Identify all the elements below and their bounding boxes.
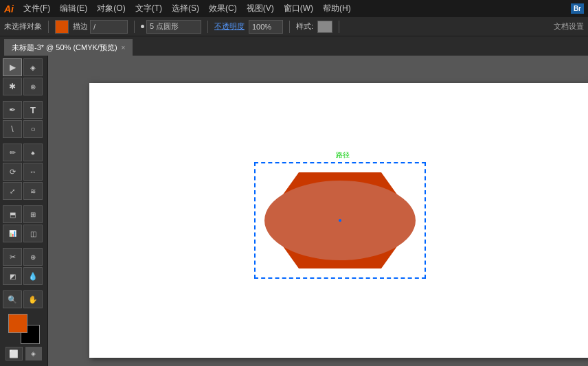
warp-btn[interactable]: ≋ (23, 182, 43, 200)
foreground-color-swatch[interactable] (8, 314, 27, 333)
color-icon-btn[interactable]: ◈ (25, 347, 43, 361)
pencil-btn[interactable]: ✏ (3, 144, 22, 161)
zoom-btn[interactable]: 🔍 (3, 290, 22, 308)
brush-size-item: 5 点圆形 (141, 20, 201, 34)
doc-settings-button[interactable]: 文档设置 (554, 21, 584, 32)
symbol-btn[interactable]: ⊞ (23, 205, 43, 223)
mesh-btn[interactable]: ⊕ (23, 248, 43, 266)
hand-btn[interactable]: ✋ (23, 290, 43, 308)
tool-row-3: ✒ T (3, 101, 45, 119)
center-anchor-dot (339, 219, 341, 222)
toolbar-sep-3 (207, 21, 208, 33)
shape-label: 路径 (336, 150, 350, 160)
style-swatch[interactable] (317, 21, 332, 33)
no-selection-label: 未选择对象 (4, 21, 42, 32)
style-label: 样式: (296, 21, 313, 32)
menu-object[interactable]: 对象(O) (93, 3, 129, 14)
tab-close-button[interactable]: × (122, 44, 126, 52)
line-tool-btn[interactable]: \ (3, 120, 22, 138)
tool-row-4: \ ○ (3, 120, 45, 138)
gradient-btn[interactable]: ◩ (3, 267, 22, 285)
rotate-btn[interactable]: ⟳ (3, 163, 22, 181)
eyedropper-btn[interactable]: 💧 (23, 267, 43, 285)
title-bar: Ai 文件(F) 编辑(E) 对象(O) 文字(T) 选择(S) 效果(C) 视… (0, 0, 588, 17)
menu-bar: 文件(F) 编辑(E) 对象(O) 文字(T) 选择(S) 效果(C) 视图(V… (19, 3, 355, 14)
tool-row-11: ◩ 💧 (3, 267, 45, 285)
menu-help[interactable]: 帮助(H) (319, 3, 355, 14)
opacity-dropdown[interactable]: 100% (249, 20, 283, 34)
brush-size-value: 5 点圆形 (150, 21, 179, 32)
menu-effect[interactable]: 效果(C) (205, 3, 241, 14)
menu-view[interactable]: 视图(V) (242, 3, 278, 14)
opacity-link[interactable]: 不透明度 (214, 21, 245, 32)
canvas-page: 路径 (89, 83, 588, 358)
tab-bar: 未标题-3* @ 50% (CMYK/预览) × (0, 36, 588, 56)
fill-color-swatch[interactable] (55, 20, 69, 34)
toolbar-sep-4 (289, 21, 290, 33)
canvas-area: 路径 (48, 56, 588, 366)
tool-row-8: ⬒ ⊞ (3, 205, 45, 223)
shape-container[interactable]: 路径 (258, 165, 422, 275)
tool-row-5: ✏ ♠ (3, 144, 45, 161)
tool-row-6: ⟳ ↔ (3, 163, 45, 181)
none-icon-btn[interactable]: ⬜ (5, 347, 23, 361)
toolbar-sep-1 (48, 21, 49, 33)
lasso-btn[interactable]: ⊗ (23, 78, 43, 95)
menu-file[interactable]: 文件(F) (19, 3, 54, 14)
direct-selection-tool-btn[interactable]: ◈ (23, 58, 43, 76)
document-tab[interactable]: 未标题-3* @ 50% (CMYK/预览) × (4, 39, 133, 56)
selection-tool-btn[interactable]: ▶ (3, 58, 22, 76)
tool-row-2: ✱ ⊗ (3, 78, 45, 95)
bridge-button[interactable]: Br (571, 3, 584, 14)
toolbox-colors: ⬜ ◈ (3, 311, 45, 363)
fill-color-item (55, 20, 69, 34)
scale-btn[interactable]: ⤢ (3, 182, 22, 200)
shape-tool-btn[interactable]: ○ (23, 120, 43, 138)
reflect-btn[interactable]: ↔ (23, 163, 43, 181)
menu-type[interactable]: 文字(T) (131, 3, 166, 14)
magic-wand-btn[interactable]: ✱ (3, 78, 22, 95)
menu-select[interactable]: 选择(S) (168, 3, 203, 14)
slice-btn[interactable]: ✂ (3, 248, 22, 266)
fg-bg-colors (8, 314, 40, 344)
toolbox: ▶ ◈ ✱ ⊗ ✒ T \ ○ ✏ ♠ ⟳ ↔ (0, 56, 48, 366)
free-transform-btn[interactable]: ⬒ (3, 205, 22, 223)
menu-window[interactable]: 窗口(W) (280, 3, 317, 14)
tool-row-9: 📊 ◫ (3, 225, 45, 242)
brush-dropdown[interactable]: 5 点圆形 (146, 20, 201, 34)
pen-tool-btn[interactable]: ✒ (3, 101, 22, 119)
toolbar-sep-2 (134, 21, 135, 33)
tool-row-7: ⤢ ≋ (3, 182, 45, 200)
toolbox-bottom-icons: ⬜ ◈ (5, 347, 42, 361)
opacity-value: 100% (252, 23, 271, 31)
brush-btn[interactable]: ♠ (23, 144, 43, 161)
tab-label: 未标题-3* @ 50% (CMYK/预览) (12, 43, 117, 53)
main-area: ▶ ◈ ✱ ⊗ ✒ T \ ○ ✏ ♠ ⟳ ↔ (0, 56, 588, 366)
graph-btn[interactable]: 📊 (3, 225, 22, 242)
menu-edit[interactable]: 编辑(E) (56, 3, 91, 14)
brush-dot (141, 25, 144, 28)
tool-row-1: ▶ ◈ (3, 58, 45, 76)
toolbar-sep-5 (339, 21, 339, 33)
type-tool-btn[interactable]: T (23, 101, 43, 119)
artboard-btn[interactable]: ◫ (23, 225, 43, 242)
tool-row-10: ✂ ⊕ (3, 248, 45, 266)
stroke-label: 描边 (73, 21, 88, 32)
stroke-none-indicator: / (93, 23, 95, 31)
tool-row-12: 🔍 ✋ (3, 290, 45, 308)
ai-logo: Ai (4, 3, 14, 14)
toolbar: 未选择对象 描边 / 5 点圆形 不透明度 100% 样式: 文档设置 (0, 17, 588, 36)
stroke-item: 描边 / (73, 20, 128, 34)
stroke-dropdown[interactable]: / (90, 20, 128, 34)
